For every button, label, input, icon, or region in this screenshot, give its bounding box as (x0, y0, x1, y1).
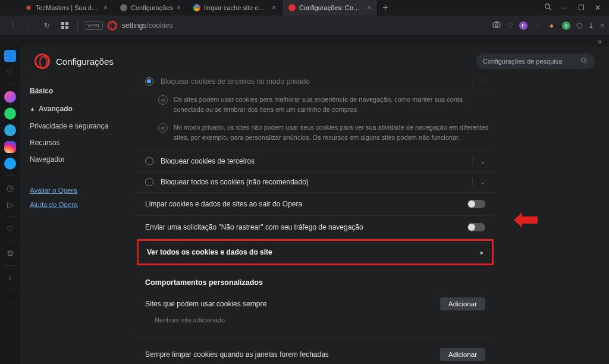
download-icon[interactable]: ⤓ (588, 21, 594, 30)
rail-telegram-icon[interactable] (4, 124, 16, 136)
rail-history-icon[interactable]: ◷ (4, 182, 16, 194)
favicon-icon (25, 4, 32, 11)
heart-icon[interactable]: ♡ (507, 21, 513, 30)
chevron-down-icon[interactable]: ⌄ (472, 178, 485, 186)
option-block-third[interactable]: Bloquear cookies de terceiros ⌄ (137, 151, 494, 172)
rail-gear-icon[interactable]: ⚙ (4, 247, 16, 259)
tab-2[interactable]: Configurações × (114, 0, 187, 15)
rail-twitter-icon[interactable] (4, 158, 16, 170)
settings-search[interactable]: Configurações de pesquisa (476, 54, 595, 69)
divider (5, 265, 15, 266)
tab-title: Configurações: Cookies e o… (299, 4, 363, 11)
app-shell: ♡ ◷ ▷ ♡ ⚙ ♀ ⋯ Configurações Configuraçõe… (0, 46, 609, 364)
radio-icon[interactable] (145, 178, 153, 186)
titlebar: TecMasters | Sua dose diár… × Configuraç… (0, 0, 609, 15)
rail-whatsapp-icon[interactable] (4, 108, 16, 120)
radio-icon[interactable] (145, 77, 153, 86)
divider (77, 20, 78, 31)
toggle-switch[interactable] (467, 200, 485, 208)
reload-button[interactable]: ↻ (40, 19, 54, 32)
tab-1[interactable]: TecMasters | Sua dose diár… × (19, 0, 114, 15)
vpn-badge[interactable]: VPN (84, 21, 103, 30)
url-display[interactable]: settings/cookies (122, 21, 172, 30)
option-label: Bloquear cookies de terceiros (161, 157, 255, 165)
new-tab-button[interactable]: + (378, 0, 393, 15)
option-label: Bloquear todos os cookies (não recomenda… (161, 178, 309, 186)
sidebar-item-basic[interactable]: Básico (30, 82, 115, 100)
tab-4-active[interactable]: Configurações: Cookies e o… × (282, 0, 378, 15)
sidebar-link-help[interactable]: Ajuda do Opera (30, 197, 115, 212)
add-button[interactable]: Adicionar (440, 297, 485, 310)
close-icon[interactable]: × (103, 4, 108, 12)
snapshot-icon[interactable] (492, 21, 501, 30)
divider (5, 84, 15, 85)
forward-button[interactable]: 〉 (23, 19, 36, 32)
profile-icon[interactable]: F (519, 21, 528, 30)
settings-header: Configurações Configurações de pesquisa (20, 46, 609, 75)
chevron-down-icon[interactable]: ⌄ (472, 158, 485, 165)
search-placeholder: Configurações de pesquisa (483, 58, 576, 65)
rail-bulb-icon[interactable]: ♀ (4, 272, 16, 284)
rail-play-icon[interactable]: ▷ (4, 199, 16, 211)
sidebar-item-browser[interactable]: Navegador (30, 151, 115, 168)
opera-logo-icon (34, 54, 50, 69)
close-icon[interactable]: × (367, 4, 371, 12)
desc-text: Os sites podem usar cookies para melhora… (174, 95, 494, 114)
toggle-clear-on-exit[interactable]: Limpar cookies e dados de sites ao sair … (137, 193, 494, 216)
rail-heart2-icon[interactable]: ♡ (4, 223, 16, 235)
cube-icon[interactable]: ⬡ (576, 21, 582, 30)
downloads-icon[interactable]: ↓ (533, 21, 542, 30)
row-clear-on-close: Sempre limpar cookies quando as janelas … (137, 341, 494, 363)
settings-page: Configurações Configurações de pesquisa … (20, 46, 609, 364)
divider (5, 216, 15, 217)
rail-more-icon[interactable]: ⋯ (4, 296, 16, 308)
add-button[interactable]: Adicionar (440, 348, 485, 361)
radio-icon[interactable] (145, 157, 153, 165)
tab-title: limpar cache site específic… (204, 4, 268, 11)
svg-point-0 (545, 4, 550, 9)
divider (5, 290, 15, 290)
tab-title: TecMasters | Sua dose diár… (36, 4, 100, 11)
svg-line-1 (549, 8, 551, 10)
search-icon[interactable] (544, 3, 552, 12)
sidebar-link-rate[interactable]: Avaliar o Opera (30, 183, 115, 197)
maximize-icon[interactable]: ❐ (577, 4, 585, 12)
option-block-all[interactable]: Bloquear todos os cookies (não recomenda… (137, 172, 494, 193)
window-controls: ─ ❐ ✕ (536, 0, 609, 15)
favicon-icon (193, 4, 200, 11)
svg-point-7 (495, 24, 498, 27)
settings-sidebar: Básico ▲ Avançado Privacidade e seguranç… (20, 75, 125, 364)
easy-setup-icon[interactable]: ≡ (600, 21, 604, 30)
close-icon[interactable]: × (272, 4, 276, 12)
rail-heart-icon[interactable]: ♡ (4, 67, 16, 79)
toggle-dnt[interactable]: Enviar uma solicitação "Não rastrear" co… (137, 216, 494, 239)
toggle-switch[interactable] (467, 223, 485, 231)
back-button[interactable]: 〈 (5, 19, 18, 32)
extension-icon-2[interactable]: a (562, 21, 570, 30)
extension-icon[interactable]: ◆ (548, 21, 556, 30)
option-block-third-private[interactable]: Bloquear cookies de terceiros no modo pr… (137, 75, 494, 92)
link-view-all-cookies[interactable]: Ver todos os cookies e dados do site ▸ (137, 239, 494, 265)
toggle-label: Limpar cookies e dados de sites ao sair … (145, 200, 302, 208)
overflow-icon[interactable]: » (598, 37, 602, 46)
speed-dial-button[interactable] (58, 19, 71, 32)
address-actions: ♡ F ↓ ◆ a ⬡ ⤓ ≡ (492, 21, 604, 30)
rail-home-icon[interactable] (4, 50, 16, 62)
chevron-up-icon[interactable]: ⌃ (472, 78, 485, 86)
rail-messenger-icon[interactable] (4, 91, 16, 103)
sidebar-item-advanced[interactable]: ▲ Avançado (30, 100, 115, 118)
rail-instagram-icon[interactable] (4, 141, 16, 153)
svg-rect-4 (61, 26, 64, 29)
sidebar-item-privacy[interactable]: Privacidade e segurança (30, 118, 115, 134)
tab-3[interactable]: limpar cache site específic… × (187, 0, 282, 15)
minimize-icon[interactable]: ─ (560, 4, 569, 12)
close-window-icon[interactable]: ✕ (594, 4, 602, 12)
toolbar-overflow: » (0, 36, 609, 46)
chevron-right-icon: ▸ (481, 249, 484, 256)
svg-rect-5 (65, 26, 68, 29)
close-icon[interactable]: × (177, 4, 181, 12)
sidebar-item-resources[interactable]: Recursos (30, 134, 115, 151)
row-allow-always: Sites que podem usar cookies sempre Adic… (137, 290, 494, 313)
tab-title: Configurações (131, 4, 173, 11)
cookie-icon: ⊛ (158, 95, 168, 105)
